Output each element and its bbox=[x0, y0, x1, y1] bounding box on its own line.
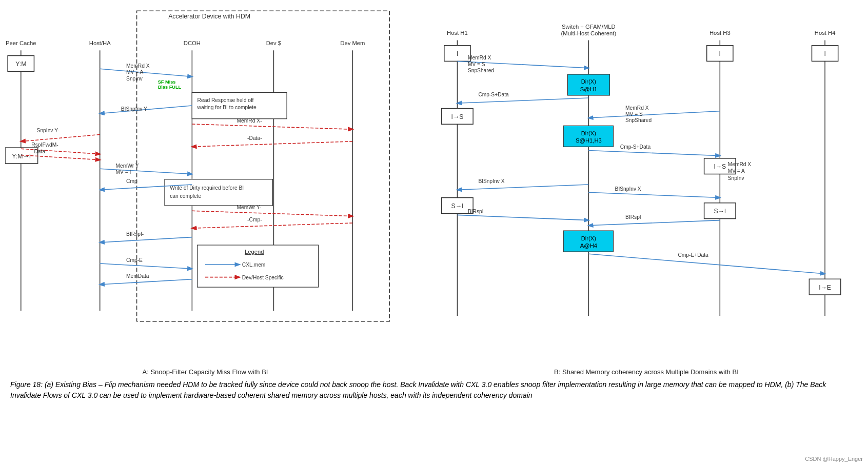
svg-line-53 bbox=[100, 279, 192, 285]
svg-text:Dir(X): Dir(X) bbox=[581, 235, 597, 241]
svg-text:RspIFwdM-: RspIFwdM- bbox=[31, 142, 58, 148]
svg-text:Host H3: Host H3 bbox=[709, 30, 731, 36]
svg-line-101 bbox=[457, 185, 588, 190]
svg-line-111 bbox=[588, 220, 720, 226]
svg-text:SF Miss: SF Miss bbox=[158, 79, 176, 85]
svg-text:Cmp-S+Data: Cmp-S+Data bbox=[478, 92, 509, 97]
svg-text:Host/HA: Host/HA bbox=[89, 40, 111, 46]
svg-rect-113 bbox=[563, 231, 613, 252]
svg-text:Dev Mem: Dev Mem bbox=[340, 40, 365, 46]
figure-caption: Figure 18: (a) Existing Bias – Flip mech… bbox=[5, 374, 852, 406]
svg-text:Dir(X): Dir(X) bbox=[581, 78, 597, 85]
svg-line-83 bbox=[457, 98, 588, 103]
svg-text:Dev/Host Specific: Dev/Host Specific bbox=[242, 275, 284, 280]
svg-text:MemData: MemData bbox=[126, 273, 149, 279]
svg-line-103 bbox=[588, 192, 720, 197]
svg-text:Y:M→I: Y:M→I bbox=[12, 153, 31, 160]
svg-rect-91 bbox=[563, 126, 613, 147]
svg-text:Dev $: Dev $ bbox=[266, 40, 282, 46]
watermark: CSDN @Happy_Enger bbox=[805, 456, 863, 462]
svg-text:Legend: Legend bbox=[245, 249, 264, 255]
svg-text:Peer Cache: Peer Cache bbox=[6, 40, 36, 46]
svg-text:SnpInv: SnpInv bbox=[126, 76, 143, 82]
svg-text:I→E: I→E bbox=[819, 284, 831, 291]
svg-rect-37 bbox=[165, 179, 272, 206]
svg-text:I: I bbox=[719, 50, 721, 57]
diagram-a-caption: A: Snoop-Filter Capacity Miss Flow with … bbox=[5, 368, 405, 376]
svg-text:Host H1: Host H1 bbox=[447, 30, 468, 36]
svg-text:MV = S: MV = S bbox=[468, 62, 485, 67]
svg-text:I→S: I→S bbox=[714, 163, 726, 170]
svg-text:Cmp-S+Data: Cmp-S+Data bbox=[620, 144, 651, 150]
svg-text:BISnpInv Y: BISnpInv Y bbox=[121, 106, 147, 112]
svg-text:MemWr Y: MemWr Y bbox=[116, 163, 139, 169]
svg-text:S@H1,H3: S@H1,H3 bbox=[576, 137, 602, 144]
svg-text:I→S: I→S bbox=[451, 113, 463, 120]
svg-text:Switch + GFAM/MLD: Switch + GFAM/MLD bbox=[562, 24, 616, 30]
svg-text:MemRd X: MemRd X bbox=[126, 63, 150, 69]
svg-text:BISnpInv X: BISnpInv X bbox=[478, 178, 504, 184]
svg-line-87 bbox=[588, 111, 720, 118]
svg-text:Data-: Data- bbox=[34, 149, 47, 154]
svg-text:DCOH: DCOH bbox=[184, 40, 201, 46]
svg-text:MemRd X: MemRd X bbox=[468, 55, 491, 60]
svg-line-94 bbox=[588, 150, 720, 155]
svg-text:Write of Dirty required before: Write of Dirty required before BI bbox=[170, 185, 244, 191]
svg-text:SnpInv Y-: SnpInv Y- bbox=[37, 128, 60, 133]
svg-text:waiting for BI to complete: waiting for BI to complete bbox=[197, 105, 257, 110]
svg-text:BIRspI: BIRspI bbox=[625, 214, 641, 220]
svg-text:Accelerator Device with HDM: Accelerator Device with HDM bbox=[168, 13, 250, 20]
svg-line-49 bbox=[100, 237, 192, 242]
svg-text:SnpInv: SnpInv bbox=[728, 175, 745, 181]
svg-text:BIRspI-: BIRspI- bbox=[126, 231, 144, 237]
svg-line-40 bbox=[100, 169, 192, 174]
svg-text:Cmp: Cmp bbox=[126, 178, 137, 184]
svg-text:A@H4: A@H4 bbox=[580, 242, 597, 249]
svg-text:MemWr Y-: MemWr Y- bbox=[237, 205, 262, 210]
svg-text:MV = I: MV = I bbox=[116, 169, 131, 175]
diagram-b-caption: B: Shared Memory coherency across Multip… bbox=[426, 368, 867, 376]
svg-text:BISnpInv X: BISnpInv X bbox=[615, 186, 641, 192]
svg-text:MemRd X: MemRd X bbox=[625, 105, 649, 111]
svg-line-16 bbox=[100, 69, 192, 76]
svg-text:MV = A: MV = A bbox=[728, 168, 745, 174]
svg-text:MV = A: MV = A bbox=[126, 69, 143, 75]
diagram-area: Accelerator Device with HDM Peer Cache H… bbox=[5, 5, 863, 374]
svg-text:Dir(X): Dir(X) bbox=[581, 130, 597, 136]
diagram-b: Host H1 Switch + GFAM/MLD (Multi-Host Co… bbox=[426, 5, 867, 364]
svg-text:S@H1: S@H1 bbox=[580, 86, 597, 92]
svg-text:Host H4: Host H4 bbox=[815, 30, 836, 36]
svg-line-109 bbox=[457, 215, 588, 220]
svg-text:SnpShared: SnpShared bbox=[625, 117, 652, 123]
svg-text:Read Response held off: Read Response held off bbox=[198, 97, 254, 103]
svg-text:MemRd X-: MemRd X- bbox=[237, 118, 262, 124]
svg-text:CXL.mem: CXL.mem bbox=[242, 262, 266, 268]
svg-text:I: I bbox=[824, 50, 825, 57]
svg-rect-80 bbox=[567, 74, 609, 95]
svg-line-31 bbox=[192, 141, 352, 147]
diagram-a: Accelerator Device with HDM Peer Cache H… bbox=[5, 5, 405, 364]
svg-text:BIRspI: BIRspI bbox=[468, 209, 484, 214]
svg-line-27 bbox=[192, 124, 352, 129]
svg-text:Bias FULL: Bias FULL bbox=[158, 85, 182, 90]
svg-text:can complete: can complete bbox=[170, 193, 201, 199]
svg-text:-Cmp-: -Cmp- bbox=[247, 217, 262, 222]
svg-line-47 bbox=[192, 223, 352, 228]
svg-text:MemRd X: MemRd X bbox=[728, 161, 752, 167]
svg-line-29 bbox=[21, 135, 100, 141]
svg-text:Cmp-E+Data: Cmp-E+Data bbox=[678, 252, 708, 258]
svg-text:SnpShared: SnpShared bbox=[468, 68, 494, 73]
svg-text:I: I bbox=[457, 50, 458, 57]
svg-text:S→I: S→I bbox=[714, 208, 726, 215]
svg-text:S→I: S→I bbox=[451, 202, 463, 210]
svg-line-51 bbox=[100, 264, 192, 269]
svg-text:Y:M: Y:M bbox=[15, 60, 26, 68]
svg-text:Cmp-E: Cmp-E bbox=[126, 257, 143, 263]
svg-text:MV = S: MV = S bbox=[625, 111, 643, 117]
svg-text:-Data-: -Data- bbox=[247, 135, 262, 141]
svg-text:(Multi-Host Coherent): (Multi-Host Coherent) bbox=[561, 30, 617, 36]
svg-line-45 bbox=[192, 211, 352, 216]
main-container: Accelerator Device with HDM Peer Cache H… bbox=[0, 0, 868, 466]
